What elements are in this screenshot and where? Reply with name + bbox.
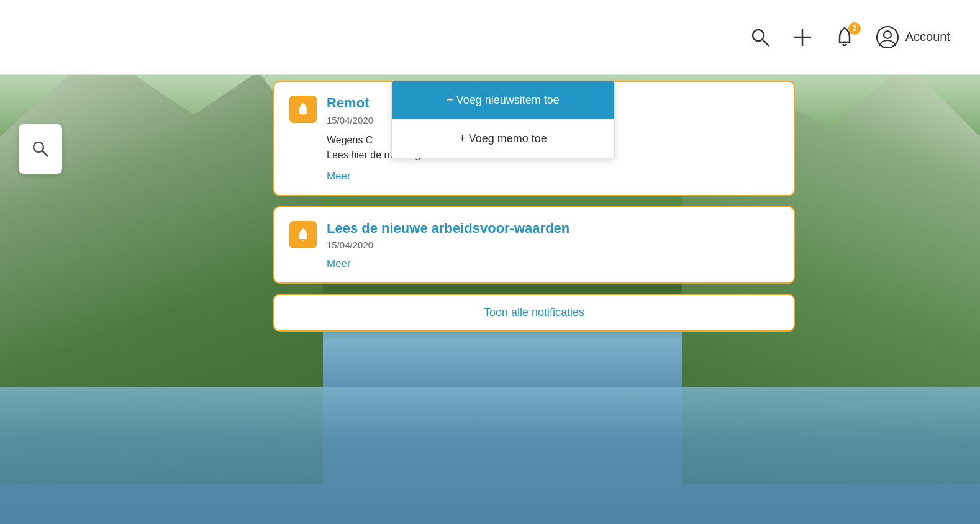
add-news-item-option[interactable]: + Voeg nieuwsitem toe [392,81,614,119]
svg-point-7 [34,142,43,152]
add-memo-option[interactable]: + Voeg memo toe [392,119,614,158]
account-label: Account [905,30,950,44]
card-2-bell-icon [289,221,317,248]
card-bell-svg [296,102,311,117]
notification-card-2: Lees de nieuwe arbeidsvoor-waarden 15/04… [273,206,795,284]
account-icon [876,25,899,49]
card-2-content: Lees de nieuwe arbeidsvoor-waarden 15/04… [327,220,779,271]
add-dropdown-menu: + Voeg nieuwsitem toe + Voeg memo toe [391,81,615,158]
card-2-meer-link[interactable]: Meer [327,258,779,270]
search-icon [749,26,771,48]
card-2-header: Lees de nieuwe arbeidsvoor-waarden 15/04… [289,220,779,271]
header: 2 Account [0,0,980,75]
svg-point-6 [884,31,891,38]
left-search-box[interactable] [19,124,62,174]
search-button[interactable] [749,26,771,48]
left-search-icon [30,139,50,159]
card-1-meer-link[interactable]: Meer [327,170,779,183]
add-button[interactable] [791,26,814,48]
left-panel [19,124,62,174]
notification-badge: 2 [848,22,861,35]
card-2-title: Lees de nieuwe arbeidsvoor-waarden [327,220,779,238]
svg-line-8 [42,151,48,156]
water [0,387,980,524]
header-actions: 2 Account [749,25,950,49]
show-all-notifications-button[interactable]: Toon alle notificaties [273,294,795,332]
account-button[interactable]: Account [876,25,950,49]
plus-icon [791,26,814,48]
card-1-bell-icon [289,96,317,123]
cards-area: + Voeg nieuwsitem toe + Voeg memo toe Re… [273,81,795,332]
card-2-bell-svg [296,227,311,242]
svg-point-0 [753,30,764,41]
card-2-date: 15/04/2020 [327,240,779,250]
svg-line-1 [763,40,769,46]
notifications-button[interactable]: 2 [833,26,856,48]
